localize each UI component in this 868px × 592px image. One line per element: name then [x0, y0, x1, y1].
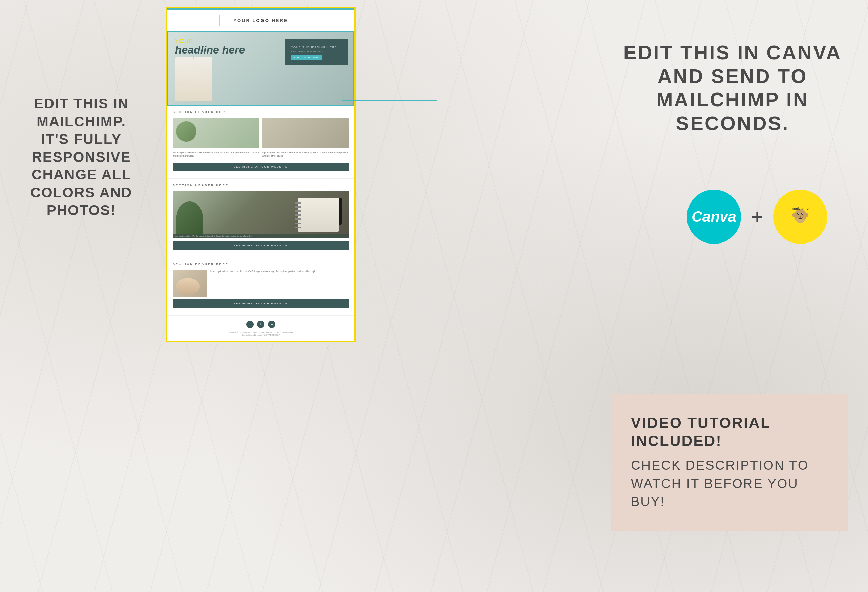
hero-subheading: YOUR SUBHEADING HERE [291, 46, 343, 49]
logo-text-post: HERE [270, 18, 288, 23]
hero-headline: headline here [175, 44, 245, 55]
wreath-decoration [176, 121, 196, 142]
bowl-decoration [176, 278, 200, 295]
hero-cta-button[interactable]: CALL TO ACTION [291, 55, 322, 60]
section1-captions: Input caption text here. Use the block's… [173, 151, 349, 160]
email-section-3: SECTION HEADER HERE Input caption text h… [167, 257, 354, 316]
email-header: YOUR LOGO HERE [167, 8, 354, 31]
section2-caption-overlay: Input caption text here. Use the block's… [173, 234, 349, 238]
section1-header: SECTION HEADER HERE [173, 111, 349, 114]
section2-image: Input caption text here. Use the block's… [173, 191, 349, 238]
instagram-icon[interactable]: in [268, 321, 275, 328]
section3-header: SECTION HEADER HERE [173, 262, 349, 266]
social-icons-row: t f in [172, 321, 350, 328]
hero-title-overlay: YOUR headline here [175, 38, 245, 55]
hero-text-block: YOUR SUBHEADING HERE A LITTLE BIT OF BOD… [285, 39, 348, 65]
section1-images [173, 118, 349, 148]
video-tutorial-title: VIDEO TUTORIAL INCLUDED! [631, 414, 827, 450]
left-text-content: EDIT THIS IN MAILCHIMP. IT'S FULLY RESPO… [20, 95, 142, 220]
email-logo: YOUR LOGO HERE [220, 15, 302, 26]
section3-image [173, 270, 207, 297]
logo-text-pre: YOUR [233, 18, 252, 23]
svg-point-3 [797, 213, 799, 215]
video-tutorial-box: VIDEO TUTORIAL INCLUDED! CHECK DESCRIPTI… [611, 394, 848, 531]
svg-point-5 [798, 213, 799, 214]
section3-caption: Input caption text here. Use the block's… [210, 270, 318, 273]
svg-text:mailchimp: mailchimp [792, 207, 808, 210]
footer-copyright: Copyright © *|CURRENT_YEAR|* *|LIST:COMP… [172, 331, 350, 334]
logo-text-bold: LOGO [252, 18, 270, 23]
section3-cta[interactable]: SEE MORE ON OUR WEBSITE [173, 300, 349, 308]
hero-candle-decoration [175, 57, 213, 101]
mailchimp-logo: mailchimp [773, 190, 827, 244]
email-template: YOUR LOGO HERE YOUR headline here YOUR S… [166, 7, 356, 343]
arrow-line [342, 100, 437, 101]
section1-cta[interactable]: SEE MORE ON OUR WEBSITE [173, 162, 349, 171]
notebook-decoration [298, 198, 339, 232]
section1-image2 [263, 118, 349, 148]
mailchimp-text: mailchimp [787, 203, 814, 231]
email-hero: YOUR headline here YOUR SUBHEADING HERE … [167, 31, 354, 106]
right-text-content: EDIT THIS IN CANVA AND SEND TO MAILCHIMP… [617, 41, 848, 135]
svg-point-8 [805, 213, 808, 217]
section3-content: Input caption text here. Use the block's… [173, 270, 349, 297]
svg-point-6 [802, 213, 803, 214]
email-footer: t f in Copyright © *|CURRENT_YEAR|* *|LI… [167, 316, 354, 341]
plus-sign: + [751, 205, 763, 229]
svg-point-7 [792, 213, 796, 217]
twitter-icon[interactable]: t [246, 321, 254, 328]
notebook-spiral [295, 199, 301, 230]
left-text-block: EDIT THIS IN MAILCHIMP. IT'S FULLY RESPO… [20, 95, 142, 220]
facebook-icon[interactable]: f [257, 321, 264, 328]
svg-point-4 [801, 213, 803, 215]
hero-background: YOUR headline here YOUR SUBHEADING HERE … [168, 32, 353, 105]
section1-caption2: Input caption text here. Use the block's… [263, 151, 349, 158]
email-section-1: SECTION HEADER HERE Input caption text h… [167, 106, 354, 179]
section1-image1 [173, 118, 259, 148]
svg-point-9 [799, 216, 801, 218]
email-section-2: SECTION HEADER HERE Input caption text h… [167, 179, 354, 257]
canva-logo: Canva [687, 190, 741, 244]
hero-body: A LITTLE BIT OF BODY TEXT [291, 50, 343, 53]
section2-header: SECTION HEADER HERE [173, 183, 349, 187]
right-text-top: EDIT THIS IN CANVA AND SEND TO MAILCHIMP… [617, 41, 848, 135]
logos-row: Canva + [687, 190, 827, 244]
plant-decoration [176, 201, 203, 238]
canva-text: Canva [692, 208, 736, 225]
section2-cta[interactable]: SEE MORE ON OUR WEBSITE [173, 241, 349, 249]
page-container: EDIT THIS IN MAILCHIMP. IT'S FULLY RESPO… [0, 0, 868, 592]
section1-caption1: Input caption text here. Use the block's… [173, 151, 259, 158]
footer-address: Our mailing address is: *|LIST:ADDRESS|* [172, 334, 350, 336]
section2-caption: Input caption text here. Use the block's… [175, 235, 347, 237]
video-tutorial-text: CHECK DESCRIPTION TO WATCH IT BEFORE YOU… [631, 456, 827, 511]
